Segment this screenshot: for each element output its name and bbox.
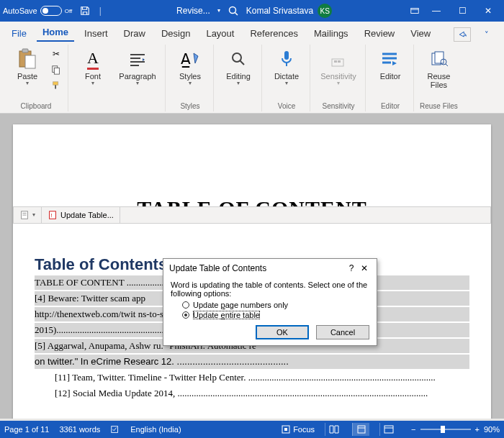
svg-rect-40 xyxy=(384,426,393,433)
styles-button[interactable]: A̲ Styles▾ xyxy=(171,46,209,95)
zoom-in-button[interactable]: + xyxy=(475,425,480,434)
sensitivity-icon xyxy=(327,47,350,70)
tab-view[interactable]: View xyxy=(405,25,436,42)
svg-rect-18 xyxy=(284,51,289,60)
reuse-files-button[interactable]: Reuse Files xyxy=(420,46,457,95)
dictate-button[interactable]: Dictate▾ xyxy=(268,46,305,95)
cancel-button[interactable]: Cancel xyxy=(316,325,369,339)
radio-update-page-numbers[interactable]: Update page numbers only xyxy=(182,301,369,309)
group-label-clipboard: Clipboard xyxy=(21,102,52,110)
autosave-toggle[interactable]: AutoSave Off xyxy=(3,6,72,16)
toc-entry[interactable]: [12] Social Media Update 2014, .........… xyxy=(55,386,469,401)
tab-file[interactable]: File xyxy=(6,25,32,42)
group-sensitivity: Sensitivity▾ Sensitivity xyxy=(312,45,366,111)
editor-icon xyxy=(379,47,402,70)
ribbon: Paste▾ ✂ Clipboard A Font▾ Paragraph▾ xyxy=(0,42,504,114)
view-print-layout[interactable] xyxy=(352,423,369,436)
ok-button[interactable]: OK xyxy=(256,325,309,339)
paste-button[interactable]: Paste▾ xyxy=(9,46,46,95)
group-label-styles: Styles xyxy=(180,102,199,110)
group-editing: Editing▾ xyxy=(215,45,262,111)
tab-home[interactable]: Home xyxy=(37,24,74,42)
reuse-icon xyxy=(427,47,450,70)
toc-options-button[interactable]: ▾ xyxy=(14,207,42,223)
radio-label: Update page numbers only xyxy=(193,301,288,309)
svg-line-17 xyxy=(240,60,244,65)
toggle-off-icon xyxy=(40,6,62,16)
toc-entry[interactable]: on twitter." In eCrime Researc 12. .....… xyxy=(35,355,469,369)
save-icon[interactable] xyxy=(76,2,94,19)
view-read-mode[interactable] xyxy=(325,423,342,436)
update-table-label: Update Table... xyxy=(60,211,114,219)
dialog-body-text: Word is updating the table of contents. … xyxy=(171,280,369,298)
status-focus[interactable]: Focus xyxy=(282,425,315,434)
editing-icon xyxy=(227,47,250,70)
close-button[interactable]: ✕ xyxy=(475,0,501,22)
maximize-button[interactable]: ☐ xyxy=(449,0,475,22)
dialog-help-button[interactable]: ? xyxy=(345,263,358,273)
editing-button[interactable]: Editing▾ xyxy=(220,46,257,95)
dialog-close-button[interactable]: ✕ xyxy=(358,263,371,273)
statusbar: Page 1 of 11 3361 words English (India) … xyxy=(0,421,504,438)
document-area[interactable]: TABLE OF CONTENT Table of Contents TABLE… xyxy=(0,114,504,419)
doc-name-dd[interactable]: ▾ xyxy=(217,7,220,14)
refresh-icon: ! xyxy=(48,210,58,220)
zoom-slider[interactable]: − + 90% xyxy=(411,425,500,434)
tab-draw[interactable]: Draw xyxy=(118,25,151,42)
user-name: Komal Srivastava xyxy=(246,6,313,16)
zoom-out-button[interactable]: − xyxy=(411,425,415,434)
autosave-state: Off xyxy=(65,8,73,14)
status-page[interactable]: Page 1 of 11 xyxy=(4,425,49,434)
radio-update-entire-table[interactable]: Update entire table xyxy=(182,311,369,319)
user-account[interactable]: Komal Srivastava KS xyxy=(246,4,332,18)
update-table-button[interactable]: ! Update Table... xyxy=(42,207,120,223)
update-toc-dialog: Update Table of Contents ? ✕ Word is upd… xyxy=(163,258,377,346)
tab-insert[interactable]: Insert xyxy=(78,25,114,42)
ribbon-tabs: File Home Insert Draw Design Layout Refe… xyxy=(0,22,504,42)
font-icon: A xyxy=(81,47,104,70)
svg-line-29 xyxy=(446,64,448,66)
svg-rect-37 xyxy=(284,428,287,431)
tab-layout[interactable]: Layout xyxy=(200,25,240,42)
status-spellcheck[interactable] xyxy=(110,424,120,434)
paragraph-button[interactable]: Paragraph▾ xyxy=(114,46,161,95)
group-reuse: Reuse Files Reuse Files xyxy=(415,45,462,111)
search-icon[interactable] xyxy=(228,5,239,17)
radio-icon xyxy=(182,301,189,309)
format-painter-button[interactable] xyxy=(49,79,63,92)
doc-name[interactable]: Revise... xyxy=(176,6,210,16)
toc-floating-toolbar: ▾ ! Update Table... xyxy=(13,206,491,224)
group-label-reuse: Reuse Files xyxy=(420,102,458,110)
font-button[interactable]: A Font▾ xyxy=(74,46,112,95)
svg-marker-15 xyxy=(143,58,145,61)
tab-review[interactable]: Review xyxy=(359,25,401,42)
ribbon-options-icon[interactable] xyxy=(406,2,423,19)
minimize-button[interactable]: — xyxy=(423,0,449,22)
status-words[interactable]: 3361 words xyxy=(59,425,100,434)
editor-button[interactable]: Editor xyxy=(372,46,409,95)
svg-line-1 xyxy=(235,13,238,16)
share-button[interactable] xyxy=(454,27,471,42)
view-web-layout[interactable] xyxy=(379,423,397,436)
avatar: KS xyxy=(318,4,332,18)
tab-references[interactable]: References xyxy=(244,25,303,42)
collapse-ribbon-button[interactable]: ˅ xyxy=(478,27,495,42)
sensitivity-button[interactable]: Sensitivity▾ xyxy=(316,46,361,95)
tab-design[interactable]: Design xyxy=(156,25,196,42)
zoom-level[interactable]: 90% xyxy=(484,425,500,434)
radio-label: Update entire table xyxy=(193,311,260,319)
toc-entry[interactable]: [11] Team, Twitter. Timeline - Twitter H… xyxy=(55,370,469,385)
cut-button[interactable]: ✂ xyxy=(49,47,63,60)
tab-mailings[interactable]: Mailings xyxy=(308,25,354,42)
group-clipboard: Paste▾ ✂ Clipboard xyxy=(4,45,68,111)
svg-rect-22 xyxy=(338,60,341,63)
paragraph-icon xyxy=(126,47,149,70)
svg-rect-5 xyxy=(22,49,28,53)
focus-icon xyxy=(282,425,290,434)
group-voice: Dictate▾ Voice xyxy=(264,45,310,111)
zoom-track[interactable] xyxy=(420,429,471,430)
group-editor: Editor Editor xyxy=(367,45,414,111)
status-language[interactable]: English (India) xyxy=(130,425,181,434)
copy-button[interactable] xyxy=(49,63,63,76)
group-styles: A̲ Styles▾ Styles xyxy=(167,45,214,111)
